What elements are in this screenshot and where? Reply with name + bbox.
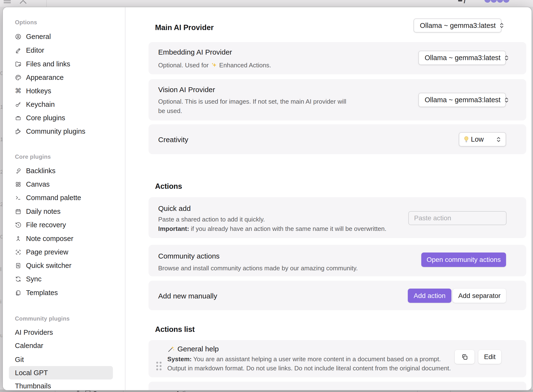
- pencil-icon: [15, 47, 21, 54]
- sidebar-item-appearance[interactable]: Appearance: [3, 71, 125, 84]
- vision-provider-desc: Optional. This is used for images. If no…: [158, 97, 346, 116]
- sync-icon: [15, 276, 21, 282]
- layout-grid-icon: [15, 181, 21, 188]
- actions-list-header: Actions list: [155, 325, 195, 334]
- sidebar-item-label: Templates: [26, 289, 58, 297]
- chevron-up-down-icon: [500, 97, 509, 103]
- command-icon: ⌘: [15, 88, 21, 94]
- sidebar-item-sync[interactable]: Sync: [3, 272, 125, 286]
- key-icon: [15, 101, 21, 108]
- sidebar-item-daily-notes[interactable]: Daily notes: [3, 205, 125, 218]
- sidebar-item-page-preview[interactable]: Page preview: [3, 245, 125, 259]
- puzzle-icon: [15, 128, 21, 135]
- sidebar-item-label: Community plugins: [26, 127, 85, 135]
- sidebar-item-note-composer[interactable]: Note composer: [3, 232, 125, 245]
- sidebar-section-community-plugins: Community plugins: [15, 315, 70, 322]
- backlink-icon: [15, 168, 21, 174]
- sidebar-item-label: AI Providers: [15, 329, 53, 336]
- chevron-up-down-icon: [500, 55, 509, 61]
- action-card-general-help: General help System: You are an assistan…: [149, 340, 526, 377]
- open-community-actions-button[interactable]: Open community actions: [421, 253, 506, 267]
- sidebar-item-label: Backlinks: [26, 167, 56, 175]
- canvas-tab-icon: [85, 390, 90, 392]
- paste-action-input[interactable]: [408, 211, 507, 225]
- chevron-up-down-icon: [496, 22, 504, 29]
- purple-dot: [491, 0, 497, 3]
- purple-dot: [484, 0, 491, 3]
- copy-action-button[interactable]: [455, 350, 474, 364]
- vision-provider-panel: Vision AI Provider Optional. This is use…: [149, 79, 526, 120]
- background-app-topbar: /: [0, 0, 533, 7]
- action-card-title: General help: [167, 345, 219, 353]
- calendar-icon: [15, 208, 21, 215]
- sidebar-item-community-plugins[interactable]: Community plugins: [3, 125, 125, 138]
- edit-action-button[interactable]: Edit: [478, 350, 501, 364]
- sidebar-item-command-palette[interactable]: Command palette: [3, 191, 125, 204]
- sidebar-item-canvas[interactable]: Canvas: [3, 177, 125, 191]
- copy-page-icon: [15, 290, 21, 296]
- folder-gear-icon: [15, 61, 21, 67]
- sidebar-item-label: Git: [15, 356, 24, 364]
- add-action-button[interactable]: Add action: [408, 289, 451, 303]
- drag-handle[interactable]: [156, 362, 162, 370]
- sidebar-item-git[interactable]: Git: [3, 353, 125, 366]
- vision-provider-select[interactable]: Ollama ~ gemma3:latest: [418, 93, 506, 107]
- file-search-icon: [15, 262, 21, 269]
- community-actions-title: Community actions: [158, 252, 220, 260]
- sidebar-item-keychain[interactable]: Keychain: [3, 98, 125, 111]
- backdrop-fragment: l: [0, 266, 1, 272]
- vision-provider-title: Vision AI Provider: [158, 86, 215, 94]
- sidebar-item-label: Sync: [26, 275, 41, 283]
- quick-add-panel: Quick add Paste a shared action to add i…: [149, 197, 526, 238]
- merge-icon: [15, 235, 21, 242]
- sidebar-item-ai-providers[interactable]: AI Providers: [3, 326, 125, 339]
- sidebar-item-label: Canvas: [26, 180, 50, 188]
- main-ai-provider-select[interactable]: Ollama ~ gemma3:latest: [414, 19, 501, 32]
- brick-icon: [15, 115, 21, 121]
- creativity-label: Creativity: [158, 136, 188, 144]
- sidebar-item-core-plugins[interactable]: Core plugins: [3, 111, 125, 125]
- user-circle-icon: [15, 33, 21, 40]
- sidebar-item-calendar[interactable]: Calendar: [3, 339, 125, 352]
- sidebar-item-backlinks[interactable]: Backlinks: [3, 164, 125, 177]
- sidebar-item-label: Keychain: [26, 101, 55, 108]
- palette-icon: [15, 74, 21, 81]
- sparkles-icon: [211, 62, 217, 69]
- creativity-panel: Creativity Low: [149, 124, 526, 154]
- add-new-manually-label: Add new manually: [158, 292, 217, 300]
- embedding-provider-panel: Embedding AI Provider Optional. Used for…: [149, 42, 526, 74]
- creativity-select[interactable]: Low: [459, 132, 506, 146]
- sidebar-item-local-gpt[interactable]: Local GPT: [9, 366, 113, 379]
- sidebar-item-label: Thumbnails: [15, 382, 51, 390]
- sidebar-item-label: Quick switcher: [26, 262, 72, 270]
- action-card-system-prompt: System: You are an assistant helping a u…: [167, 354, 466, 373]
- main-ai-provider-label: Main AI Provider: [155, 23, 214, 32]
- sidebar-item-label: File recovery: [26, 221, 66, 229]
- sidebar-item-editor[interactable]: Editor: [3, 44, 125, 57]
- quick-add-title: Quick add: [158, 204, 191, 213]
- sidebar-item-label: Core plugins: [26, 114, 65, 122]
- sidebar-item-file-recovery[interactable]: File recovery: [3, 218, 125, 232]
- sidebar-item-thumbnails[interactable]: Thumbnails: [3, 379, 125, 391]
- embedding-provider-select[interactable]: Ollama ~ gemma3:latest: [418, 51, 506, 65]
- copy-icon: [461, 353, 468, 360]
- collapse-caret-icon: [18, 0, 28, 4]
- sidebar-item-label: Note composer: [26, 235, 73, 243]
- actions-section-header: Actions: [155, 182, 182, 191]
- settings-modal: Options General Editor Files and links A…: [2, 7, 532, 391]
- add-separator-button[interactable]: Add separator: [453, 289, 506, 303]
- sidebar-item-files-and-links[interactable]: Files and links: [3, 57, 125, 71]
- quick-add-desc: Paste a shared action to add it quickly.…: [158, 215, 386, 234]
- chevron-up-down-icon: [493, 136, 501, 143]
- backdrop-fragment: i: [0, 299, 1, 305]
- sidebar-item-hotkeys[interactable]: ⌘ Hotkeys: [3, 84, 125, 98]
- sidebar-item-label: Appearance: [26, 74, 64, 82]
- sidebar-item-general[interactable]: General: [3, 30, 125, 43]
- embedding-provider-desc: Optional. Used for Enhanced Actions.: [158, 61, 271, 70]
- sidebar-section-options: Options: [15, 19, 37, 26]
- purple-dot: [497, 0, 503, 3]
- sidebar-item-templates[interactable]: Templates: [3, 286, 125, 299]
- sidebar-item-quick-switcher[interactable]: Quick switcher: [3, 259, 125, 272]
- sidebar-item-label: Calendar: [15, 342, 43, 350]
- flag-icon: [458, 0, 462, 1]
